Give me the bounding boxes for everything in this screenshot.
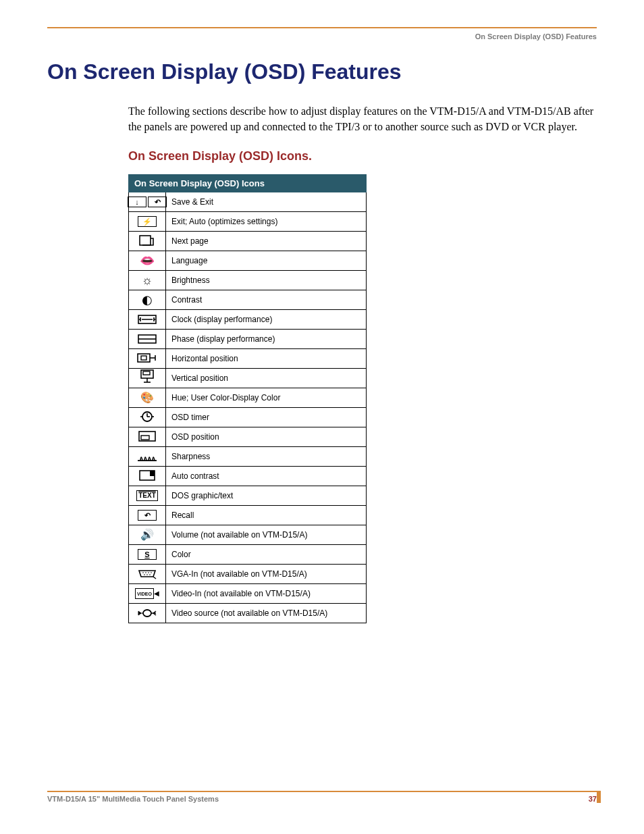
vertical-position-icon — [136, 370, 159, 384]
icon-desc: Save & Exit — [166, 192, 367, 212]
intro-paragraph: The following sections describe how to a… — [128, 103, 597, 134]
footer-accent-bar — [597, 791, 601, 803]
icon-desc: Auto contrast — [166, 467, 367, 486]
footer-left: VTM-D15/A 15" MultiMedia Touch Panel Sys… — [47, 795, 219, 803]
svg-rect-0 — [140, 236, 151, 245]
svg-rect-21 — [150, 471, 155, 476]
table-row: Video source (not available on VTM-D15/A… — [129, 604, 367, 623]
table-row: Horizontal position — [129, 349, 367, 369]
icon-desc: Hue; User Color-Display Color — [166, 388, 367, 408]
svg-rect-9 — [143, 371, 150, 375]
icon-desc: Horizontal position — [166, 349, 367, 369]
table-row: Phase (display performance) — [129, 330, 367, 349]
phase-icon — [136, 332, 159, 346]
svg-point-23 — [145, 572, 146, 573]
osd-timer-icon — [136, 410, 159, 423]
table-row: ⚡ Exit; Auto (optimizes settings) — [129, 212, 367, 232]
table-row: 🔊 Volume (not available on VTM-D15/A) — [129, 525, 367, 545]
svg-rect-4 — [138, 354, 150, 362]
auto-contrast-icon — [136, 469, 159, 482]
icon-desc: DOS graphic/text — [166, 486, 367, 506]
table-row: ◐ Contrast — [129, 290, 367, 310]
table-row: VGA-In (not available on VTM-D15/A) — [129, 565, 367, 584]
table-row: 🎨 Hue; User Color-Display Color — [129, 388, 367, 408]
color-icon: S — [136, 548, 159, 561]
icon-desc: Phase (display performance) — [166, 330, 367, 349]
vga-in-icon — [136, 567, 159, 581]
clock-icon — [136, 313, 159, 326]
volume-icon: 🔊 — [136, 528, 159, 542]
brightness-icon: ☼ — [136, 273, 159, 287]
table-row: Vertical position — [129, 369, 367, 388]
contrast-icon: ◐ — [136, 293, 159, 307]
table-row: Next page — [129, 232, 367, 251]
table-row: ☼ Brightness — [129, 271, 367, 290]
table-row: Clock (display performance) — [129, 310, 367, 330]
icon-desc: Volume (not available on VTM-D15/A) — [166, 525, 367, 545]
icon-desc: Sharpness — [166, 447, 367, 467]
table-row: TEXT DOS graphic/text — [129, 486, 367, 506]
icon-desc: Vertical position — [166, 369, 367, 388]
icon-desc: Exit; Auto (optimizes settings) — [166, 212, 367, 232]
video-source-icon — [136, 606, 159, 620]
page-number: 37 — [589, 795, 597, 803]
table-row: Auto contrast — [129, 467, 367, 486]
svg-point-22 — [142, 572, 144, 573]
svg-rect-5 — [141, 356, 146, 360]
svg-point-29 — [143, 610, 151, 617]
svg-point-28 — [149, 574, 151, 575]
language-icon: 👄 — [136, 254, 159, 267]
recall-icon: ↶ — [136, 509, 159, 522]
header-label: On Screen Display (OSD) Features — [47, 32, 597, 41]
video-in-icon: VIDEO◀ — [136, 587, 159, 600]
horizontal-position-icon — [136, 351, 159, 365]
osd-icons-table: On Screen Display (OSD) Icons ↓↶ Save & … — [128, 174, 367, 623]
icon-desc: Video-In (not available on VTM-D15/A) — [166, 584, 367, 604]
page-footer: VTM-D15/A 15" MultiMedia Touch Panel Sys… — [47, 791, 597, 803]
table-row: ↓↶ Save & Exit — [129, 192, 367, 212]
table-row: OSD timer — [129, 408, 367, 427]
table-row: VIDEO◀ Video-In (not available on VTM-D1… — [129, 584, 367, 604]
svg-point-26 — [144, 574, 145, 575]
icon-desc: Brightness — [166, 271, 367, 290]
osd-position-icon — [136, 429, 159, 443]
icon-desc: Language — [166, 251, 367, 271]
next-page-icon — [136, 234, 159, 247]
icon-desc: Next page — [166, 232, 367, 251]
icon-desc: Color — [166, 545, 367, 565]
sharpness-icon — [136, 450, 159, 463]
hue-icon: 🎨 — [136, 391, 159, 405]
svg-point-24 — [148, 572, 149, 573]
icon-desc: OSD position — [166, 427, 367, 447]
svg-rect-18 — [141, 436, 149, 440]
table-row: OSD position — [129, 427, 367, 447]
icon-desc: Recall — [166, 506, 367, 525]
dos-text-icon: TEXT — [136, 489, 159, 502]
section-subtitle: On Screen Display (OSD) Icons. — [128, 149, 597, 163]
icon-desc: Video source (not available on VTM-D15/A… — [166, 604, 367, 623]
table-row: ↶ Recall — [129, 506, 367, 525]
exit-auto-icon: ⚡ — [136, 215, 159, 228]
icon-desc: VGA-In (not available on VTM-D15/A) — [166, 565, 367, 584]
save-exit-icon: ↓↶ — [136, 195, 159, 209]
svg-point-27 — [146, 574, 148, 575]
svg-point-25 — [151, 572, 152, 573]
icon-desc: Contrast — [166, 290, 367, 310]
icon-desc: Clock (display performance) — [166, 310, 367, 330]
table-row: 👄 Language — [129, 251, 367, 271]
table-row: S Color — [129, 545, 367, 565]
page-title: On Screen Display (OSD) Features — [47, 59, 597, 84]
table-header: On Screen Display (OSD) Icons — [129, 175, 367, 192]
icon-desc: OSD timer — [166, 408, 367, 427]
table-row: Sharpness — [129, 447, 367, 467]
